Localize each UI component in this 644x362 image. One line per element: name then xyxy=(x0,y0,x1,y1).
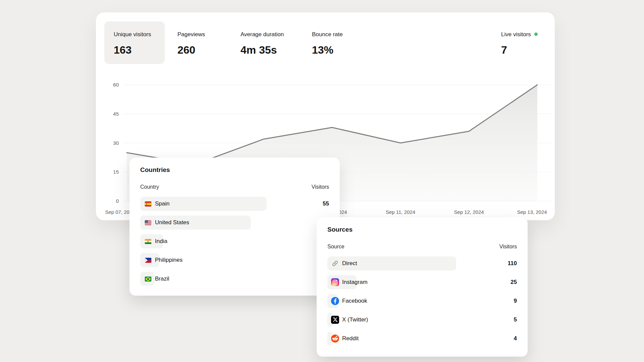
chart-line xyxy=(127,85,537,164)
row-label: United States xyxy=(155,219,189,226)
row-value: 25 xyxy=(511,275,517,289)
instagram-icon xyxy=(331,278,339,286)
x-icon xyxy=(331,316,339,324)
row-value: 9 xyxy=(514,294,517,308)
x-axis-tick-label: Sep 12, 2024 xyxy=(454,209,484,215)
row-label: Facebook xyxy=(342,298,367,304)
india-flag-icon xyxy=(144,237,152,245)
y-axis-tick-label: 0 xyxy=(116,198,119,204)
x-axis-tick-label: Sep 13, 2024 xyxy=(517,209,547,215)
row-label: Spain xyxy=(155,200,169,207)
row-value: 4 xyxy=(514,331,517,346)
stat-value: 163 xyxy=(114,44,165,56)
stat-value: 13% xyxy=(312,44,343,56)
list-item-direct[interactable]: Direct 110 xyxy=(327,256,517,270)
row-label: Philippines xyxy=(155,257,182,263)
live-indicator-dot xyxy=(534,33,538,36)
stat-label: Unique visitors xyxy=(114,31,165,38)
list-item-brazil[interactable]: Brazil xyxy=(140,272,329,286)
row-label: Direct xyxy=(342,260,357,267)
spain-flag-icon xyxy=(144,200,152,208)
row-label: Brazil xyxy=(155,276,169,282)
stat-value: 260 xyxy=(177,44,205,56)
page-background: { "colors": { "page_bg": "#efeeec", "car… xyxy=(0,0,644,362)
stat-value: 7 xyxy=(501,44,538,56)
x-axis-tick-label: Sep 11, 2024 xyxy=(386,209,415,215)
sources-panel: Sources Source Visitors Direct 110 Insta… xyxy=(317,217,528,357)
row-value: 55 xyxy=(323,197,329,211)
stat-label: Average duration xyxy=(240,31,284,38)
column-header-source: Source xyxy=(327,243,344,250)
stat-label: Bounce rate xyxy=(312,31,343,38)
y-axis-tick-label: 15 xyxy=(113,169,119,175)
link-icon xyxy=(331,259,339,267)
panel-title: Countries xyxy=(140,166,329,174)
list-item-x-twitter[interactable]: X (Twitter) 5 xyxy=(327,313,517,327)
y-axis-tick-label: 45 xyxy=(113,111,119,117)
philippines-flag-icon xyxy=(144,256,152,264)
reddit-icon xyxy=(331,335,339,343)
list-item-facebook[interactable]: Facebook 9 xyxy=(327,294,517,308)
row-label: Reddit xyxy=(342,335,359,342)
row-label: Instagram xyxy=(342,279,368,286)
stat-value: 4m 35s xyxy=(240,44,284,56)
stat-pageviews[interactable]: Pageviews 260 xyxy=(177,31,205,56)
us-flag-icon xyxy=(144,219,152,227)
countries-panel: Countries Country Visitors Spain 55 Unit… xyxy=(129,158,340,296)
stat-label: Pageviews xyxy=(177,31,205,38)
facebook-icon xyxy=(331,297,339,305)
list-item-united-states[interactable]: United States xyxy=(140,216,329,230)
stat-average-duration[interactable]: Average duration 4m 35s xyxy=(240,31,284,56)
brazil-flag-icon xyxy=(144,275,152,283)
stat-live-visitors[interactable]: Live visitors 7 xyxy=(501,31,538,56)
list-item-instagram[interactable]: Instagram 25 xyxy=(327,275,517,289)
column-header-visitors: Visitors xyxy=(499,243,517,250)
column-header-visitors: Visitors xyxy=(312,184,329,190)
row-value: 110 xyxy=(508,256,517,270)
panel-title: Sources xyxy=(327,225,517,234)
stat-unique-visitors[interactable]: Unique visitors 163 xyxy=(104,21,165,64)
stat-label: Live visitors xyxy=(501,31,538,38)
list-item-philippines[interactable]: Philippines xyxy=(140,253,329,267)
column-header-country: Country xyxy=(140,184,159,190)
stat-bounce-rate[interactable]: Bounce rate 13% xyxy=(312,31,343,56)
list-item-india[interactable]: India xyxy=(140,234,329,248)
list-item-reddit[interactable]: Reddit 4 xyxy=(327,331,517,346)
y-axis-tick-label: 30 xyxy=(113,140,119,146)
list-item-spain[interactable]: Spain 55 xyxy=(140,197,329,211)
row-label: X (Twitter) xyxy=(342,316,368,323)
row-label: India xyxy=(155,238,167,245)
y-axis-tick-label: 60 xyxy=(113,82,119,87)
row-value: 5 xyxy=(514,313,517,327)
